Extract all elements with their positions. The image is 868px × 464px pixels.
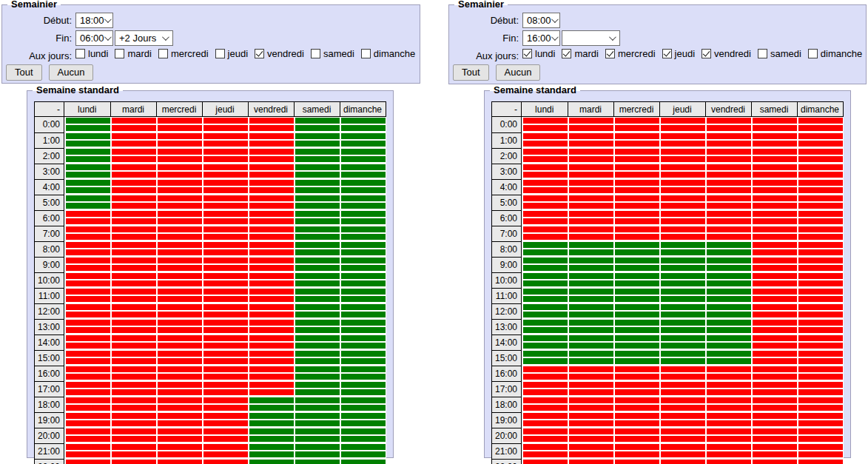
grid-cell-samedi-2:00[interactable] xyxy=(751,148,797,164)
grid-cell-samedi-8:00[interactable] xyxy=(294,241,340,257)
grid-cell-lundi-17:00[interactable] xyxy=(522,381,568,397)
grid-cell-mardi-3:00[interactable] xyxy=(110,164,156,179)
fin-offset-select[interactable]: +2 Jours xyxy=(115,30,173,46)
grid-cell-mardi-13:00[interactable] xyxy=(568,319,613,334)
grid-cell-samedi-14:00[interactable] xyxy=(751,334,797,350)
grid-cell-mardi-21:00[interactable] xyxy=(110,443,156,459)
checkbox-checked-icon[interactable] xyxy=(522,49,532,58)
grid-cell-mercredi-22:00[interactable] xyxy=(613,459,659,464)
grid-cell-jeudi-14:00[interactable] xyxy=(202,334,248,350)
checkbox-checked-icon[interactable] xyxy=(702,49,711,58)
grid-cell-samedi-16:00[interactable] xyxy=(751,366,797,381)
grid-cell-mercredi-17:00[interactable] xyxy=(613,381,659,397)
grid-cell-dimanche-17:00[interactable] xyxy=(797,381,843,397)
grid-cell-vendredi-22:00[interactable] xyxy=(705,459,751,464)
grid-cell-jeudi-19:00[interactable] xyxy=(202,412,248,428)
grid-cell-lundi-15:00[interactable] xyxy=(522,350,568,366)
grid-cell-lundi-21:00[interactable] xyxy=(522,443,568,459)
grid-cell-lundi-4:00[interactable] xyxy=(522,179,568,195)
grid-cell-jeudi-13:00[interactable] xyxy=(202,319,248,334)
grid-cell-jeudi-12:00[interactable] xyxy=(202,303,248,319)
grid-cell-mercredi-18:00[interactable] xyxy=(156,397,202,412)
grid-cell-dimanche-9:00[interactable] xyxy=(797,257,843,272)
checkbox-checked-icon[interactable] xyxy=(562,49,571,58)
grid-cell-vendredi-3:00[interactable] xyxy=(248,164,294,179)
grid-cell-dimanche-17:00[interactable] xyxy=(340,381,386,397)
grid-cell-vendredi-16:00[interactable] xyxy=(248,366,294,381)
grid-cell-lundi-20:00[interactable] xyxy=(64,428,111,443)
grid-cell-mercredi-12:00[interactable] xyxy=(156,303,202,319)
grid-cell-vendredi-14:00[interactable] xyxy=(248,334,294,350)
grid-cell-vendredi-12:00[interactable] xyxy=(705,303,751,319)
day-checkbox-jeudi[interactable]: jeudi xyxy=(662,48,695,59)
grid-cell-samedi-18:00[interactable] xyxy=(751,397,797,412)
day-checkbox-mardi[interactable]: mardi xyxy=(115,48,152,59)
grid-cell-jeudi-9:00[interactable] xyxy=(659,257,705,272)
grid-cell-samedi-4:00[interactable] xyxy=(294,179,340,195)
grid-cell-mercredi-20:00[interactable] xyxy=(156,428,202,443)
grid-cell-mercredi-5:00[interactable] xyxy=(613,195,659,210)
grid-cell-jeudi-6:00[interactable] xyxy=(659,210,705,226)
grid-cell-mardi-2:00[interactable] xyxy=(110,148,156,164)
grid-cell-mercredi-15:00[interactable] xyxy=(613,350,659,366)
grid-cell-jeudi-16:00[interactable] xyxy=(202,366,248,381)
grid-cell-vendredi-10:00[interactable] xyxy=(705,272,751,288)
grid-cell-mercredi-21:00[interactable] xyxy=(156,443,202,459)
grid-cell-samedi-17:00[interactable] xyxy=(294,381,340,397)
grid-cell-samedi-3:00[interactable] xyxy=(294,164,340,179)
grid-cell-lundi-22:00[interactable] xyxy=(64,459,111,464)
grid-cell-dimanche-14:00[interactable] xyxy=(340,334,386,350)
grid-cell-jeudi-17:00[interactable] xyxy=(202,381,248,397)
grid-cell-mercredi-8:00[interactable] xyxy=(156,241,202,257)
grid-cell-mardi-22:00[interactable] xyxy=(110,459,156,464)
grid-cell-mercredi-9:00[interactable] xyxy=(156,257,202,272)
grid-cell-jeudi-17:00[interactable] xyxy=(659,381,705,397)
grid-cell-vendredi-1:00[interactable] xyxy=(248,132,294,148)
grid-cell-mercredi-9:00[interactable] xyxy=(613,257,659,272)
grid-cell-lundi-2:00[interactable] xyxy=(522,148,568,164)
grid-cell-jeudi-11:00[interactable] xyxy=(202,288,248,303)
grid-cell-dimanche-16:00[interactable] xyxy=(340,366,386,381)
grid-cell-samedi-9:00[interactable] xyxy=(294,257,340,272)
grid-cell-jeudi-8:00[interactable] xyxy=(202,241,248,257)
grid-cell-mardi-15:00[interactable] xyxy=(110,350,156,366)
grid-cell-dimanche-21:00[interactable] xyxy=(797,443,843,459)
grid-cell-lundi-4:00[interactable] xyxy=(64,179,111,195)
grid-cell-vendredi-21:00[interactable] xyxy=(248,443,294,459)
grid-cell-samedi-18:00[interactable] xyxy=(294,397,340,412)
grid-cell-mardi-14:00[interactable] xyxy=(110,334,156,350)
aucun-button[interactable]: Aucun xyxy=(496,64,541,81)
grid-cell-dimanche-8:00[interactable] xyxy=(340,241,386,257)
grid-cell-mardi-1:00[interactable] xyxy=(568,132,613,148)
grid-cell-dimanche-2:00[interactable] xyxy=(340,148,386,164)
grid-cell-dimanche-18:00[interactable] xyxy=(797,397,843,412)
grid-cell-jeudi-20:00[interactable] xyxy=(659,428,705,443)
grid-cell-mercredi-12:00[interactable] xyxy=(613,303,659,319)
grid-cell-vendredi-17:00[interactable] xyxy=(248,381,294,397)
grid-cell-mardi-6:00[interactable] xyxy=(568,210,613,226)
grid-cell-vendredi-6:00[interactable] xyxy=(705,210,751,226)
grid-cell-mardi-6:00[interactable] xyxy=(110,210,156,226)
grid-cell-mercredi-7:00[interactable] xyxy=(156,226,202,241)
grid-cell-samedi-20:00[interactable] xyxy=(751,428,797,443)
grid-cell-samedi-20:00[interactable] xyxy=(294,428,340,443)
grid-cell-jeudi-4:00[interactable] xyxy=(659,179,705,195)
grid-cell-lundi-15:00[interactable] xyxy=(64,350,111,366)
grid-cell-samedi-2:00[interactable] xyxy=(294,148,340,164)
grid-cell-mardi-11:00[interactable] xyxy=(110,288,156,303)
grid-cell-dimanche-7:00[interactable] xyxy=(797,226,843,241)
grid-cell-vendredi-6:00[interactable] xyxy=(248,210,294,226)
grid-cell-vendredi-1:00[interactable] xyxy=(705,132,751,148)
grid-cell-mercredi-22:00[interactable] xyxy=(156,459,202,464)
grid-cell-dimanche-0:00[interactable] xyxy=(340,117,386,133)
grid-cell-vendredi-4:00[interactable] xyxy=(705,179,751,195)
grid-cell-lundi-14:00[interactable] xyxy=(64,334,111,350)
grid-cell-mardi-3:00[interactable] xyxy=(568,164,613,179)
grid-cell-lundi-20:00[interactable] xyxy=(522,428,568,443)
grid-cell-mercredi-2:00[interactable] xyxy=(613,148,659,164)
grid-cell-lundi-13:00[interactable] xyxy=(64,319,111,334)
grid-cell-lundi-9:00[interactable] xyxy=(522,257,568,272)
grid-cell-vendredi-18:00[interactable] xyxy=(705,397,751,412)
fin-offset-select[interactable] xyxy=(562,30,620,46)
grid-cell-vendredi-20:00[interactable] xyxy=(248,428,294,443)
